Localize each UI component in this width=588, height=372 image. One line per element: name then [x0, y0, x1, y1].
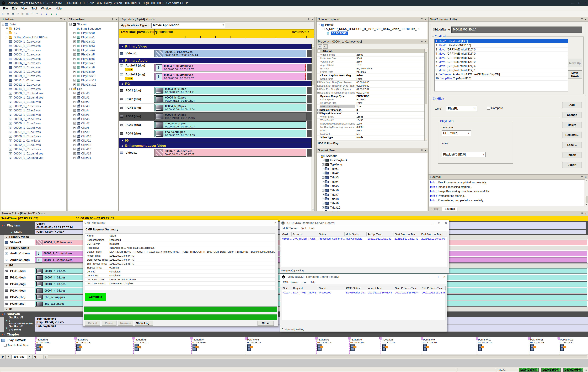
section-pg[interactable]: ▲PG: [119, 81, 312, 86]
tree-item[interactable]: PlayList#0: [68, 31, 118, 35]
command-row[interactable]: 3Move(GPR)NoEntried[ID:0] 0: [435, 47, 568, 52]
tree-item[interactable]: Title#3: [317, 175, 427, 180]
tab-external[interactable]: External: [442, 207, 457, 211]
close-icon[interactable]: ×: [116, 18, 117, 21]
expander-icon[interactable]: [318, 50, 320, 52]
command-row[interactable]: 8Move(GPR)NoEntried[ID:2] 1: [435, 68, 568, 72]
toolbar-button[interactable]: ▥: [25, 12, 30, 16]
command-row[interactable]: 9SetStreamAudio:No=1 PG_textST:No=4[Disp…: [435, 72, 568, 77]
toolbar-button[interactable]: ↶: [30, 12, 34, 16]
command-row[interactable]: 7Move(GPR)NoEntried[ID:4] 4: [435, 64, 568, 68]
next-mark-button[interactable]: >: [27, 355, 32, 359]
expander-icon[interactable]: [74, 157, 76, 159]
audio-clip[interactable]: 00004_1_02.dtshd.ves00:00:00:00 - 02:03:…: [154, 73, 306, 80]
command-row[interactable]: 2PlayPLPlayList#10[ID:10]: [435, 44, 568, 47]
cmdedit-button[interactable]: Change: [563, 112, 581, 118]
pg-clip[interactable]: 00004_h_02.pes00:00:35:12 - 01:59:15:04: [154, 95, 306, 103]
playlist-mark[interactable]: PLMark#3 00:22:24:10: [133, 337, 173, 354]
menu-item[interactable]: Tool: [300, 281, 308, 284]
table-header[interactable]: GuidRequest StatusCMF Status Accept Time…: [282, 286, 446, 290]
tree-item[interactable]: Clip: [68, 87, 118, 91]
tree-item[interactable]: Clip#1: [68, 95, 118, 100]
property-row[interactable]: Color Space BT.2020: [317, 98, 424, 101]
cmd-select[interactable]: PlayPL: [446, 106, 477, 111]
menu-item[interactable]: Help: [308, 281, 317, 284]
close-icon[interactable]: ×: [425, 18, 426, 21]
expander-icon[interactable]: [74, 114, 76, 116]
tree-item[interactable]: Clip#8: [68, 126, 118, 130]
hscrollbar[interactable]: [48, 355, 587, 358]
application-type-select[interactable]: Movie Application: [151, 22, 225, 28]
elv-clip[interactable]: 00004_1_dv.hevc.ves00:00:00:00 - 02:03:2…: [154, 149, 306, 157]
menu-item[interactable]: File: [1, 7, 10, 11]
playlist-mark[interactable]: PLMark#12 01:59:29:17: [559, 337, 588, 354]
move-up-button[interactable]: Move Up: [568, 59, 582, 67]
toolbar-button[interactable]: ●: [40, 12, 44, 16]
menu-item[interactable]: MUX Server: [281, 227, 299, 230]
pin-icon[interactable]: [112, 18, 113, 20]
tree-item[interactable]: 00000_1_01.avc.ves: [1, 39, 66, 44]
playlist-mark[interactable]: PLMark#1 00:00:00:00: [35, 337, 75, 354]
tree-item[interactable]: PlayList#2: [68, 39, 118, 44]
property-row[interactable]: Closed Caption Insert Flag False: [317, 74, 424, 77]
chapter-header[interactable]: Chapter: [0, 332, 588, 337]
tree-item[interactable]: Title#10: [317, 206, 427, 210]
expander-icon[interactable]: [317, 92, 320, 94]
tree-item[interactable]: Title#8: [317, 197, 427, 201]
maximize-icon[interactable]: □: [437, 275, 438, 278]
property-row[interactable]: MaxCLL 2163: [317, 129, 424, 132]
menu-item[interactable]: Tool: [300, 227, 307, 230]
cancel-button[interactable]: Cancel: [85, 321, 100, 326]
toolbar-button[interactable]: ▤: [6, 12, 10, 16]
tree-item[interactable]: 00003_1_01.avc.ves: [1, 52, 66, 57]
expander-icon[interactable]: [322, 181, 325, 183]
clip-editor-scrollbar[interactable]: ▲ ▼: [312, 44, 314, 211]
tree-item[interactable]: 00004_1_02.dtshd.ves: [1, 156, 66, 160]
tree-item[interactable]: Clip#13: [68, 147, 118, 151]
compare-checkbox[interactable]: Compare: [487, 106, 503, 110]
toolbar-button[interactable]: ✂: [15, 12, 20, 16]
command-row[interactable]: 5Move(GPR)NoEntried[ID:3] 1: [435, 56, 568, 60]
tree-item[interactable]: 00005_1_01.ac3.ves: [1, 121, 66, 126]
audio-clip[interactable]: 00004_1_01.dtshd.ves00:00:00:00 - 02:03:…: [154, 64, 306, 71]
expander-icon[interactable]: [322, 198, 325, 200]
expander-icon[interactable]: [317, 88, 320, 90]
expander-icon[interactable]: [74, 75, 76, 77]
scroll-up-icon[interactable]: ▲: [425, 49, 427, 52]
close-icon[interactable]: ×: [64, 18, 65, 21]
pin-icon[interactable]: [421, 150, 423, 152]
tree-item[interactable]: Clip#6: [68, 117, 118, 121]
expander-icon[interactable]: [322, 164, 325, 166]
expander-icon[interactable]: [74, 45, 76, 47]
tree-item[interactable]: 00009_1_01.ac3.ves: [1, 134, 66, 139]
expander-icon[interactable]: [74, 53, 76, 56]
tree-item[interactable]: 00003_1_02.ac3.ves: [1, 117, 66, 121]
property-scrollbar[interactable]: ▲ ▼: [424, 49, 427, 141]
pg-clip[interactable]: 00004_h_03.pes00:00:35:06 - 01:59:14:04: [154, 104, 306, 111]
property-row[interactable]: Cri Usage Flag False: [317, 101, 424, 105]
tree-item[interactable]: Start Sequence: [68, 27, 118, 31]
tree-item[interactable]: 00006_1_01.avc.ves: [1, 61, 66, 65]
tree-item[interactable]: PlayList#10: [68, 74, 118, 78]
scroll-up-icon[interactable]: ▲: [585, 179, 588, 182]
maximize-button[interactable]: □: [578, 1, 580, 5]
toolbar-button[interactable]: ●: [49, 12, 54, 16]
expander-icon[interactable]: [322, 159, 325, 161]
scroll-up-icon[interactable]: ▲: [312, 44, 314, 47]
tree-item[interactable]: 00000_1_01.dtshd.ves: [1, 91, 66, 95]
tree-item[interactable]: 00005_1_01.avc.ves: [1, 57, 66, 61]
external-scrollbar[interactable]: ▲ ▼: [585, 179, 588, 206]
pg-clip[interactable]: zho_tc.sup.pes00:00:35:07 - 01:59:14:03: [154, 130, 306, 137]
expander-icon[interactable]: [74, 122, 76, 124]
tree-item[interactable]: Data: [1, 22, 66, 27]
expander-icon[interactable]: [322, 202, 325, 204]
tree-item[interactable]: IG: [1, 31, 66, 35]
tree-item[interactable]: Project: [317, 22, 427, 27]
tree-item[interactable]: Clip#10: [68, 134, 118, 139]
property-row[interactable]: MaxDisplayMasteringLuminance 1000: [317, 122, 424, 125]
tree-item[interactable]: 00001_1_01.avc.ves: [1, 44, 66, 48]
expander-icon[interactable]: [322, 185, 325, 187]
toolbar-button[interactable]: ⊞: [20, 12, 25, 16]
property-row[interactable]: MinDisplayMasteringLuminance 0.0001: [317, 125, 424, 129]
maximize-icon[interactable]: □: [438, 221, 440, 225]
